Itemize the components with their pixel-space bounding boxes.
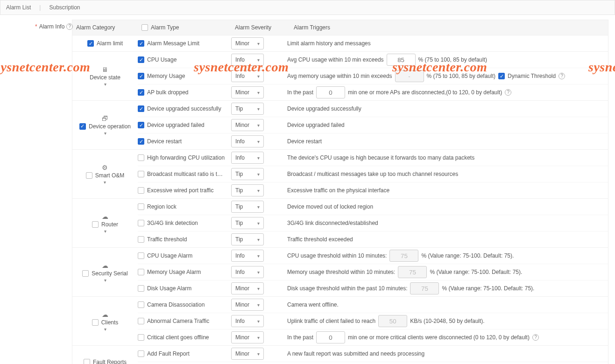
type-checkbox[interactable] [138,56,144,63]
help-icon[interactable]: ? [558,73,565,79]
type-checkbox[interactable] [138,40,144,47]
cat-checkbox-smart-om[interactable] [86,172,92,179]
critical-client-input[interactable] [316,331,345,343]
mem-threshold-input [395,70,424,82]
chevron-down-icon: ▾ [257,123,260,128]
severity-select[interactable]: Info▾ [231,70,264,82]
chevron-down-icon[interactable]: ▾ [104,278,106,283]
type-label: Excessive wired port traffic [147,187,214,194]
category-device-state: 🖥 Device state ▾ CPU Usage Info▾ Avg CPU… [72,51,608,100]
type-checkbox[interactable] [138,220,144,226]
trigger-text: Device moved out of locked region [287,203,373,210]
type-checkbox[interactable] [138,203,144,210]
type-label: Device upgraded failed [147,122,205,128]
trigger-text: Avg memory usage within 10 min exceeds [287,73,392,79]
type-checkbox[interactable] [138,187,144,194]
tab-alarm-list[interactable]: Alarm List [6,4,31,11]
operation-icon: 🗗 [102,115,108,122]
chevron-down-icon[interactable]: ▾ [104,82,106,87]
dynamic-threshold-checkbox[interactable] [498,73,505,79]
type-label: Device restart [147,138,182,145]
chevron-down-icon[interactable]: ▾ [104,229,106,234]
category-security-serial: ☁ Security Serial ▾ CPU Usage Alarm Info… [72,247,608,296]
severity-select[interactable]: Tip▾ [231,184,264,196]
ss-mem-input [398,266,427,278]
type-checkbox[interactable] [138,236,144,243]
trigger-suffix: % (Value range: 75-100. Default: 75). [421,252,514,259]
type-checkbox[interactable] [138,318,144,324]
cat-checkbox-fault-reports[interactable] [84,359,90,364]
severity-select[interactable]: Tip▾ [231,168,264,180]
cat-checkbox-router[interactable] [92,221,99,228]
row-fault-state-change: Fault Report State Change Tip▾ The state… [138,362,608,364]
type-checkbox[interactable] [138,154,144,161]
severity-select[interactable]: Info▾ [231,250,264,262]
severity-select[interactable]: Info▾ [231,135,264,147]
cat-checkbox-clients[interactable] [92,319,99,326]
category-router: ☁ Router ▾ Region lock Tip▾ Device moved… [72,198,608,247]
severity-select[interactable]: Tip▾ [231,201,264,213]
severity-select[interactable]: Minor▾ [231,119,264,131]
cat-checkbox-security-serial[interactable] [82,270,89,277]
alarm-table: Alarm Category Alarm Type Alarm Severity… [72,20,608,364]
chevron-down-icon[interactable]: ▾ [104,131,106,136]
type-checkbox[interactable] [138,252,144,259]
severity-select[interactable]: Info▾ [231,315,264,327]
row-memory-usage: Memory Usage Info▾ Avg memory usage with… [138,68,608,84]
cpu-threshold-input[interactable] [387,54,416,66]
severity-select[interactable]: Minor▾ [231,331,264,343]
type-checkbox[interactable] [138,89,144,96]
type-checkbox[interactable] [138,269,144,275]
security-icon: ☁ [102,262,108,269]
type-label: High forwarding CPU utilization [147,154,225,161]
severity-select[interactable]: Minor▾ [231,348,264,360]
cat-checkbox-device-operation[interactable] [79,123,86,130]
type-checkbox[interactable] [138,73,144,79]
ss-cpu-input [389,250,418,262]
ap-bulk-input[interactable] [316,86,345,98]
severity-select[interactable]: Tip▾ [231,103,264,115]
severity-select[interactable]: Minor▾ [231,86,264,98]
tab-subscription[interactable]: Subscription [49,4,80,11]
severity-select[interactable]: Tip▾ [231,233,264,245]
type-label: Critical client goes offline [147,334,209,341]
help-icon[interactable]: ? [505,89,511,96]
type-label: Alarm Message Limit [147,40,199,47]
type-checkbox[interactable] [138,334,144,341]
severity-select[interactable]: Info▾ [231,54,264,66]
trigger-suffix: min one or more critical clients were di… [348,334,530,341]
help-icon[interactable]: ? [532,334,539,341]
row-ap-bulk-dropped: AP bulk dropped Minor▾ In the pastmin on… [138,84,608,100]
severity-select[interactable]: Minor▾ [231,37,264,49]
row-device-restart: Device restart Info▾ Device restart [138,133,608,149]
type-checkbox[interactable] [138,301,144,308]
severity-select[interactable]: Minor▾ [231,299,264,311]
severity-select[interactable]: Tip▾ [231,217,264,229]
type-checkbox[interactable] [138,122,144,128]
type-checkbox[interactable] [138,285,144,292]
trigger-suffix: % (75 to 100, 85 by default) [418,56,487,63]
chevron-down-icon[interactable]: ▾ [104,327,106,332]
severity-select[interactable]: Info▾ [231,266,264,278]
type-checkbox[interactable] [138,138,144,145]
trigger-text: In the past [287,334,313,341]
camera-traffic-input [378,315,407,327]
trigger-text: Excessive traffic on the physical interf… [287,187,389,194]
trigger-text: Device upgraded failed [287,122,345,128]
type-checkbox[interactable] [138,105,144,112]
chevron-down-icon[interactable]: ▾ [104,180,106,185]
type-checkbox[interactable] [138,171,144,177]
header-type-checkbox[interactable] [141,24,148,31]
type-label: Memory Usage Alarm [147,269,201,275]
severity-select[interactable]: Minor▾ [231,282,264,294]
chevron-down-icon: ▾ [257,41,260,46]
help-icon[interactable]: ? [66,23,73,30]
row-abnormal-camera-traffic: Abnormal Camera Traffic Info▾ Uplink tra… [138,313,608,329]
chevron-down-icon: ▾ [257,106,260,112]
row-ss-cpu-alarm: CPU Usage Alarm Info▾ CPU usage threshol… [138,248,608,264]
cat-checkbox-alarm-limit[interactable] [87,40,94,47]
severity-select[interactable]: Info▾ [231,152,264,164]
type-checkbox[interactable] [138,350,144,357]
trigger-suffix: min one or more APs are disconnected,(0 … [348,89,502,96]
trigger-suffix: % (Value range: 75-100. Default: 75). [430,269,522,275]
